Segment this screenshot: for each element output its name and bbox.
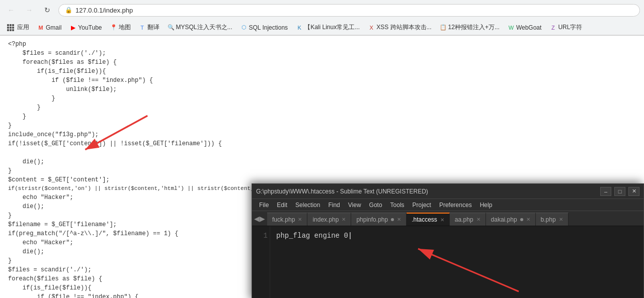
code-line-15: } <box>8 166 636 175</box>
sublime-tabs: ◀▶ fuck.php ✕ index.php ✕ phpinfo.php ✕ … <box>252 211 643 226</box>
menu-view[interactable]: View <box>344 201 365 210</box>
bookmark-sql[interactable]: ⬡ SQL Injections <box>237 23 291 32</box>
code-line-1: <?php <box>8 40 636 49</box>
code-line-4: if(is_file($file)){ <box>8 67 636 76</box>
grid-icon <box>7 24 14 31</box>
sublime-title: G:\phpstudy\WWW\.htaccess - Sublime Text… <box>256 188 428 195</box>
address-bar[interactable]: 🔒 127.0.0.1/index.php <box>58 4 640 17</box>
url-label: URL字符 <box>558 23 582 32</box>
tab-phpinfo-php-close[interactable]: ✕ <box>397 217 401 222</box>
translate-icon: T <box>139 24 146 31</box>
menu-find[interactable]: Find <box>324 201 344 210</box>
sublime-titlebar: G:\phpstudy\WWW\.htaccess - Sublime Text… <box>252 184 643 199</box>
back-button[interactable]: ← <box>4 3 18 17</box>
tab-b-php[interactable]: b.php ✕ <box>536 213 569 226</box>
minimize-button[interactable]: – <box>600 187 611 196</box>
code-line-5: if ($file !== "index.php") { <box>8 76 636 85</box>
code-line-8: } <box>8 103 636 112</box>
menu-help[interactable]: Help <box>476 201 497 210</box>
sublime-menubar: File Edit Selection Find View Goto Tools… <box>252 199 643 211</box>
tab-phpinfo-php[interactable]: phpinfo.php ✕ <box>351 213 407 226</box>
kali-icon: K <box>296 24 303 31</box>
12types-label: 12种报错注入+万... <box>448 23 500 32</box>
tab-fuck-php-label: fuck.php <box>272 216 295 223</box>
menu-goto[interactable]: Goto <box>365 201 386 210</box>
reload-button[interactable]: ↻ <box>40 3 54 17</box>
gmail-icon: M <box>37 24 44 31</box>
bookmark-kali[interactable]: K 【Kali Linux常见工... <box>293 22 363 33</box>
menu-selection[interactable]: Selection <box>291 201 324 210</box>
bookmarks-bar: 应用 M Gmail ▶ YouTube 📍 地图 T 翻译 🔍 MYSQL注入… <box>0 20 644 35</box>
tab-htaccess-close[interactable]: ✕ <box>440 217 444 223</box>
xss-label: XSS 跨站脚本攻击... <box>376 23 431 32</box>
bookmark-gmail[interactable]: M Gmail <box>34 23 64 32</box>
bookmark-translate[interactable]: T 翻译 <box>136 22 163 33</box>
translate-label: 翻译 <box>147 23 159 32</box>
webgoat-label: WebGoat <box>516 24 541 31</box>
mysql-icon: 🔍 <box>168 24 175 31</box>
tab-index-php-label: index.php <box>312 216 339 223</box>
tab-htaccess[interactable]: .htaccess ✕ <box>407 213 450 226</box>
close-button[interactable]: ✕ <box>628 187 639 196</box>
gmail-label: Gmail <box>46 24 61 31</box>
tab-dakai-php-close[interactable]: ✕ <box>526 217 530 222</box>
tab-index-php[interactable]: index.php ✕ <box>307 213 351 226</box>
tab-htaccess-label: .htaccess <box>412 216 437 223</box>
forward-button[interactable]: → <box>22 3 36 17</box>
code-editor[interactable]: php_flag engine 0 <box>270 226 643 298</box>
lock-icon: 🔒 <box>65 7 72 14</box>
bookmark-apps[interactable]: 应用 <box>4 22 32 33</box>
tab-fuck-php-close[interactable]: ✕ <box>298 217 302 222</box>
line-numbers: 1 <box>252 226 270 298</box>
phpinfo-dot <box>391 218 394 221</box>
mysql-label: MYSQL注入天书之... <box>176 23 232 32</box>
code-line-3: foreach($files as $file) { <box>8 58 636 67</box>
tab-b-php-close[interactable]: ✕ <box>559 217 563 222</box>
sublime-controls: – □ ✕ <box>600 187 639 196</box>
menu-tools[interactable]: Tools <box>386 201 409 210</box>
youtube-icon: ▶ <box>69 24 76 31</box>
page-content: <?php $files = scandir('./'); foreach($f… <box>0 36 644 298</box>
tab-b-php-label: b.php <box>541 216 556 223</box>
sql-icon: ⬡ <box>240 24 248 31</box>
url-text: 127.0.0.1/index.php <box>75 7 133 14</box>
nav-bar: ← → ↻ 🔒 127.0.0.1/index.php <box>0 0 644 20</box>
code-line-11: include_once("f13g.php"); <box>8 130 636 139</box>
tab-dakai-php-label: dakai.php <box>491 216 517 223</box>
code-line-2: $files = scandir('./'); <box>8 49 636 58</box>
menu-preferences[interactable]: Preferences <box>435 201 476 210</box>
bookmark-mysql[interactable]: 🔍 MYSQL注入天书之... <box>165 22 235 33</box>
code-line-10: } <box>8 121 636 130</box>
code-line-6: unlink($file); <box>8 85 636 94</box>
bookmark-url[interactable]: Z URL字符 <box>546 22 585 33</box>
url-icon: Z <box>549 24 556 31</box>
sublime-editor-content: 1 php_flag engine 0 <box>252 226 643 298</box>
menu-edit[interactable]: Edit <box>273 201 291 210</box>
tab-prev[interactable]: ◀▶ <box>252 211 267 226</box>
xss-icon: X <box>368 24 375 31</box>
bookmark-webgoat[interactable]: W WebGoat <box>505 23 544 32</box>
cursor <box>348 232 352 240</box>
bookmark-maps[interactable]: 📍 地图 <box>107 22 134 33</box>
maps-icon: 📍 <box>110 24 117 31</box>
tab-phpinfo-php-label: phpinfo.php <box>356 216 388 223</box>
youtube-label: YouTube <box>78 24 102 31</box>
bookmark-12types[interactable]: 📋 12种报错注入+万... <box>437 22 503 33</box>
apps-label: 应用 <box>17 23 29 32</box>
bookmark-youtube[interactable]: ▶ YouTube <box>66 23 105 32</box>
tab-index-php-close[interactable]: ✕ <box>342 217 346 222</box>
tab-fuck-php[interactable]: fuck.php ✕ <box>267 213 307 226</box>
tab-aa-php-close[interactable]: ✕ <box>476 217 480 222</box>
menu-project[interactable]: Project <box>409 201 435 210</box>
menu-file[interactable]: File <box>255 201 273 210</box>
bookmark-xss[interactable]: X XSS 跨站脚本攻击... <box>365 22 434 33</box>
12types-icon: 📋 <box>440 24 447 31</box>
tab-dakai-php[interactable]: dakai.php ✕ <box>486 213 536 226</box>
maps-label: 地图 <box>119 23 131 32</box>
code-line-12: if(!isset($_GET['content']) || !isset($_… <box>8 139 636 148</box>
tab-aa-php[interactable]: aa.php ✕ <box>450 213 486 226</box>
line-number-1: 1 <box>264 232 268 240</box>
kali-label: 【Kali Linux常见工... <box>304 23 360 32</box>
sql-label: SQL Injections <box>249 24 288 31</box>
maximize-button[interactable]: □ <box>614 187 625 196</box>
